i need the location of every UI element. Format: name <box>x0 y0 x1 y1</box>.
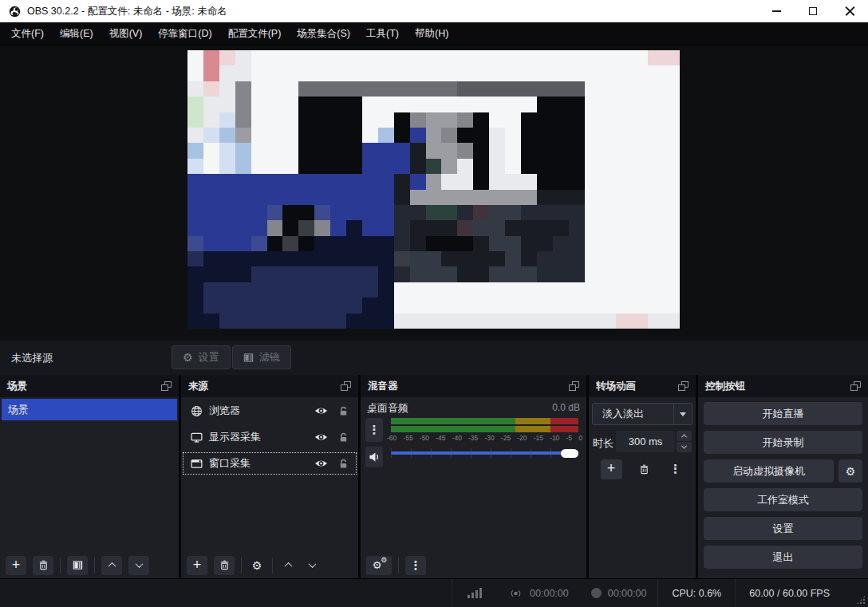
add-scene-button[interactable]: + <box>6 556 26 575</box>
source-down-button[interactable] <box>303 556 321 575</box>
minimize-button[interactable] <box>758 0 795 22</box>
transitions-dock-header[interactable]: 转场动画 <box>589 375 696 397</box>
duration-decrement-button[interactable] <box>677 442 692 452</box>
menu-item-2[interactable]: 视图(V) <box>101 22 151 45</box>
close-button[interactable] <box>831 0 868 22</box>
mixer-dock-header[interactable]: 混音器 <box>361 375 586 397</box>
virtual-camera-row: 启动虚拟摄像机 ⚙ <box>704 459 862 483</box>
lock-icon[interactable] <box>338 459 349 469</box>
duration-spinner <box>677 431 692 452</box>
source-properties-toolbar-button[interactable]: ⚙ <box>248 556 266 575</box>
controls-dock-header[interactable]: 控制按钮 <box>698 375 868 397</box>
remove-transition-button[interactable] <box>636 459 653 479</box>
scene-list-item[interactable]: 场景 <box>2 399 177 420</box>
remove-scene-button[interactable] <box>33 556 53 575</box>
trash-icon <box>219 560 230 570</box>
lock-icon[interactable] <box>338 432 349 443</box>
mute-button[interactable] <box>365 447 383 467</box>
network-signal-icon <box>468 588 482 598</box>
menu-item-1[interactable]: 编辑(E) <box>52 22 101 45</box>
eye-icon[interactable] <box>314 406 328 416</box>
docks: 场景 场景 + <box>0 375 868 578</box>
source-row-window-capture[interactable]: 窗口采集 <box>183 452 357 475</box>
kebab-icon: ⋮ <box>669 462 681 476</box>
popout-icon[interactable] <box>341 381 351 391</box>
menu-item-7[interactable]: 帮助(H) <box>407 22 456 45</box>
source-label: 浏览器 <box>209 404 240 418</box>
menu-item-5[interactable]: 场景集合(S) <box>289 22 358 45</box>
toolbar-separator <box>241 558 242 573</box>
start-virtual-camera-button[interactable]: 启动虚拟摄像机 <box>704 459 834 483</box>
scene-filters-button[interactable] <box>67 556 88 575</box>
plus-icon: + <box>607 461 616 475</box>
volume-meter <box>391 418 578 434</box>
add-source-button[interactable]: + <box>187 556 207 575</box>
source-row-display-capture[interactable]: 显示器采集 <box>183 426 357 448</box>
menu-item-6[interactable]: 工具(T) <box>358 22 407 45</box>
volume-slider[interactable] <box>391 448 578 458</box>
eye-icon[interactable] <box>314 432 328 442</box>
remove-source-button[interactable] <box>214 556 235 575</box>
virtual-camera-config-button[interactable]: ⚙ <box>838 459 862 483</box>
transition-select[interactable]: 淡入淡出 <box>592 403 692 425</box>
source-row-browser[interactable]: 浏览器 <box>183 400 357 422</box>
mixer-channel-name: 桌面音频 <box>367 401 408 416</box>
scene-up-button[interactable] <box>101 556 122 575</box>
exit-button[interactable]: 退出 <box>704 546 862 569</box>
sources-dock-header[interactable]: 来源 <box>181 375 358 397</box>
scene-down-button[interactable] <box>128 556 149 575</box>
start-streaming-button[interactable]: 开始直播 <box>704 402 862 425</box>
start-recording-button[interactable]: 开始录制 <box>704 431 862 454</box>
window-title: OBS 30.2.2 - 配置文件: 未命名 - 场景: 未命名 <box>27 5 227 18</box>
transition-menu-button[interactable]: ⋮ <box>667 459 685 479</box>
popout-icon[interactable] <box>850 381 861 391</box>
scenes-dock-header[interactable]: 场景 <box>0 375 179 397</box>
meter-tick-label: -35 <box>468 434 478 442</box>
volume-slider-handle[interactable] <box>561 449 578 458</box>
settings-button[interactable]: 设置 <box>704 517 862 540</box>
resize-grip[interactable] <box>856 595 866 605</box>
menu-item-0[interactable]: 文件(F) <box>3 22 52 45</box>
maximize-button[interactable] <box>795 0 831 22</box>
meter-scale: -60-55-50-45-40-35-30-25-20-15-10-50 <box>387 434 582 442</box>
select-caret-area[interactable] <box>673 404 692 424</box>
source-up-button[interactable] <box>279 556 297 575</box>
duration-increment-button[interactable] <box>677 431 692 441</box>
mixer-body: 桌面音频 0.0 dB ⋮ -60-55-50-45-40-35-30-25-2… <box>361 397 586 578</box>
record-time: 00:00:00 <box>608 588 647 599</box>
transitions-body: 淡入淡出 时长 300 ms + <box>589 397 696 578</box>
chevron-up-icon <box>284 562 292 570</box>
duration-label: 时长 <box>593 436 614 451</box>
source-properties-button[interactable]: ⚙ 设置 <box>172 345 231 369</box>
mixer-channel-db: 0.0 dB <box>552 402 580 413</box>
menu-item-3[interactable]: 停靠窗口(D) <box>150 22 219 45</box>
duration-input[interactable]: 300 ms <box>616 431 675 452</box>
preview-canvas[interactable] <box>187 50 680 329</box>
menu-item-4[interactable]: 配置文件(P) <box>220 22 290 45</box>
sources-list: 浏览器 显示器采集 <box>181 397 358 578</box>
studio-mode-button[interactable]: 工作室模式 <box>704 488 862 511</box>
popout-icon[interactable] <box>161 381 172 391</box>
eye-icon[interactable] <box>314 459 328 468</box>
sources-toolbar: + ⚙ <box>181 552 358 578</box>
popout-icon[interactable] <box>678 381 688 391</box>
source-properties-label: 设置 <box>199 350 219 365</box>
transition-selected-value: 淡入淡出 <box>593 407 644 421</box>
double-gear-icon: ⚙⚙ <box>373 560 386 570</box>
transitions-dock: 转场动画 淡入淡出 时长 300 ms + <box>589 375 696 578</box>
mixer-channel-menu-button[interactable]: ⋮ <box>365 418 383 442</box>
lock-icon[interactable] <box>338 406 349 416</box>
mixer-dock-title: 混音器 <box>368 380 398 393</box>
mixer-menu-button[interactable]: ⋮ <box>405 556 426 575</box>
scenes-dock-title: 场景 <box>7 380 27 393</box>
controls-dock-title: 控制按钮 <box>705 380 745 393</box>
meter-tick-label: -40 <box>452 434 462 442</box>
advanced-audio-button[interactable]: ⚙⚙ <box>366 556 392 575</box>
chevron-up-icon <box>108 562 116 570</box>
source-filters-button[interactable]: 滤镜 <box>232 345 291 369</box>
scene-label: 场景 <box>8 403 29 417</box>
add-transition-button[interactable]: + <box>601 459 622 479</box>
mixer-toolbar: ⚙⚙ ⋮ <box>361 552 586 578</box>
gear-icon: ⚙ <box>252 560 262 571</box>
popout-icon[interactable] <box>569 381 579 391</box>
